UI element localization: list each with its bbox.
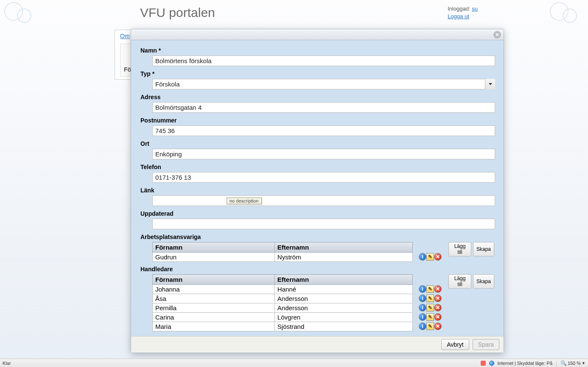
- edit-icon[interactable]: ✎: [426, 253, 434, 261]
- info-icon[interactable]: i: [419, 323, 426, 330]
- col-lastname: Efternamn: [274, 275, 412, 285]
- updated-label: Uppdaterad: [140, 210, 494, 217]
- managers-add-button[interactable]: Lägg till: [448, 242, 471, 256]
- managers-create-button[interactable]: Skapa: [473, 242, 494, 256]
- delete-icon[interactable]: ✕: [434, 323, 442, 330]
- table-row: PernillaAndersson: [153, 303, 413, 313]
- cell-firstname: Gudrun: [153, 253, 275, 262]
- user-link[interactable]: su: [472, 6, 478, 12]
- table-row: CarinaLövgren: [153, 313, 413, 322]
- cell-lastname: Lövgren: [274, 313, 412, 322]
- city-input[interactable]: [152, 149, 495, 159]
- logged-in-label: Inloggad:: [448, 6, 470, 12]
- cell-firstname: Johanna: [153, 285, 275, 294]
- zoom-icon: 🔍: [560, 360, 567, 366]
- edit-icon[interactable]: ✎: [426, 304, 434, 311]
- zoom-level: 150 %: [568, 361, 581, 366]
- no-description-tooltip: no description: [227, 197, 262, 204]
- cell-lastname: Andersson: [274, 303, 412, 313]
- info-icon[interactable]: i: [419, 304, 426, 311]
- link-label: Länk: [140, 187, 494, 194]
- edit-icon[interactable]: ✎: [426, 285, 434, 293]
- delete-icon[interactable]: ✕: [434, 295, 442, 302]
- chevron-down-icon[interactable]: ▼: [582, 361, 585, 365]
- name-input[interactable]: [152, 56, 495, 66]
- page-header: VFU portalen Inloggad: su Logga ut: [0, 0, 588, 25]
- type-select[interactable]: [152, 79, 495, 89]
- dialog-footer: Avbryt Spara: [131, 336, 504, 353]
- status-ready: Klar: [3, 361, 11, 366]
- supervisors-title: Handledare: [140, 266, 494, 272]
- app-title: VFU portalen: [140, 6, 215, 20]
- decorative-circles-left: [0, 0, 42, 25]
- table-row: GudrunNyström: [153, 253, 413, 262]
- logout-link[interactable]: Logga ut: [448, 13, 469, 19]
- cell-firstname: Pernilla: [153, 303, 275, 313]
- postal-label: Postnummer: [140, 117, 494, 124]
- address-label: Adress: [140, 94, 494, 100]
- school-edit-dialog: ✕ Namn * Typ * Adress Postnummer Ort: [131, 29, 504, 353]
- phone-input[interactable]: [152, 172, 495, 183]
- cell-lastname: Hanné: [274, 285, 412, 294]
- link-input[interactable]: [152, 195, 495, 206]
- col-lastname: Efternamn: [274, 242, 412, 253]
- table-row: JohannaHanné: [153, 285, 413, 294]
- delete-icon[interactable]: ✕: [434, 304, 442, 311]
- security-zone: Internet | Skyddat läge: På: [498, 361, 552, 366]
- address-input[interactable]: [152, 102, 495, 113]
- edit-icon[interactable]: ✎: [426, 313, 434, 321]
- cell-lastname: Sjöstrand: [274, 322, 412, 331]
- cancel-button[interactable]: Avbryt: [441, 339, 469, 350]
- shield-icon: [481, 361, 486, 366]
- background-tab-link[interactable]: Om: [120, 33, 130, 39]
- dialog-body: Namn * Typ * Adress Postnummer Ort Telef…: [131, 40, 504, 336]
- dialog-titlebar[interactable]: ✕: [131, 29, 504, 40]
- globe-icon: [489, 361, 494, 366]
- cell-firstname: Carina: [153, 313, 275, 322]
- phone-label: Telefon: [140, 164, 494, 170]
- postal-input[interactable]: [152, 125, 495, 136]
- edit-icon[interactable]: ✎: [426, 323, 434, 330]
- city-label: Ort: [140, 140, 494, 147]
- col-firstname: Förnamn: [153, 275, 275, 285]
- updated-input[interactable]: [152, 219, 495, 229]
- edit-icon[interactable]: ✎: [426, 295, 434, 302]
- close-icon[interactable]: ✕: [493, 31, 501, 39]
- supervisors-create-button[interactable]: Skapa: [473, 274, 494, 289]
- chevron-down-icon[interactable]: [485, 79, 495, 89]
- type-label: Typ *: [140, 70, 494, 77]
- info-icon[interactable]: i: [419, 253, 426, 261]
- table-row: MariaSjöstrand: [153, 322, 413, 331]
- cell-firstname: Åsa: [153, 294, 275, 303]
- supervisors-add-button[interactable]: Lägg till: [448, 274, 471, 289]
- browser-statusbar: Klar Internet | Skyddat läge: På | 🔍 150…: [0, 359, 588, 367]
- info-icon[interactable]: i: [419, 285, 426, 293]
- save-button[interactable]: Spara: [473, 339, 499, 350]
- cell-lastname: Andersson: [274, 294, 412, 303]
- delete-icon[interactable]: ✕: [434, 313, 442, 321]
- delete-icon[interactable]: ✕: [434, 285, 442, 293]
- info-icon[interactable]: i: [419, 313, 426, 321]
- info-icon[interactable]: i: [419, 295, 426, 302]
- managers-title: Arbetsplatsansvariga: [140, 234, 494, 240]
- cell-lastname: Nyström: [274, 253, 412, 262]
- supervisors-table: Förnamn Efternamn JohannaHannéÅsaAnderss…: [152, 274, 413, 331]
- decorative-circles-right: [546, 0, 588, 25]
- cell-firstname: Maria: [153, 322, 275, 331]
- name-label: Namn *: [140, 47, 494, 54]
- zoom-control[interactable]: 🔍 150 % ▼: [560, 360, 585, 366]
- col-firstname: Förnamn: [153, 242, 275, 253]
- table-row: ÅsaAndersson: [153, 294, 413, 303]
- user-block: Inloggad: su Logga ut: [448, 5, 478, 20]
- separator: |: [556, 361, 557, 366]
- managers-table: Förnamn Efternamn GudrunNyström: [152, 242, 413, 262]
- delete-icon[interactable]: ✕: [434, 253, 442, 261]
